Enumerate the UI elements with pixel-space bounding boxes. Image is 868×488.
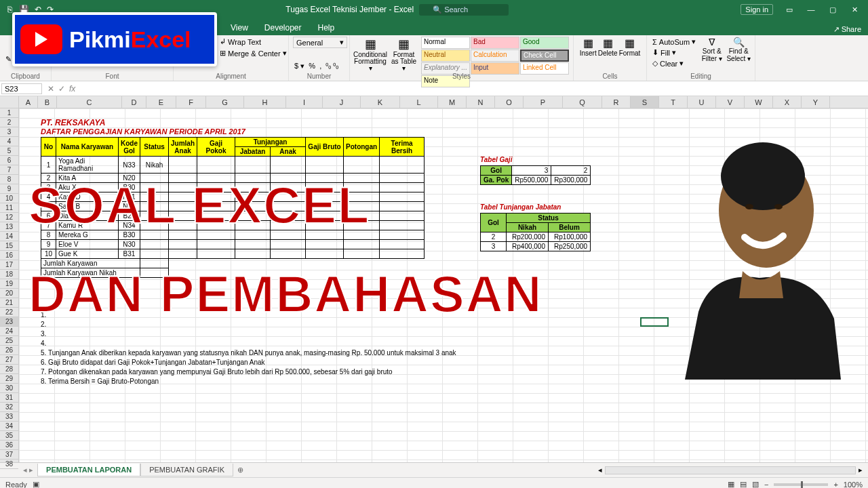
merge-center-button[interactable]: ⊞ Merge & Center ▾ [218, 48, 284, 58]
status-ready: Ready [5, 481, 27, 489]
tab-help[interactable]: Help [310, 20, 343, 35]
sort-filter-button[interactable]: ᐁSort &Filter ▾ [702, 37, 722, 71]
search-input[interactable]: 🔍 Search [419, 4, 509, 16]
report-title: DAFTAR PENGGAJIAN KARYAWAN PERIODE APRIL… [41, 127, 245, 136]
doc-title: Tugas Excel Teknisi Jember - Excel [285, 5, 414, 14]
number-format-dropdown[interactable]: General ▾ [293, 37, 347, 48]
add-sheet-button[interactable]: ⊕ [233, 466, 248, 474]
macro-record-icon[interactable]: ▣ [33, 480, 39, 488]
view-normal-icon[interactable]: ▦ [728, 480, 734, 488]
delete-cells-button[interactable]: ▦Delete [598, 37, 618, 57]
conditional-formatting-button[interactable]: ▦Conditional Formatting ▾ [354, 37, 387, 72]
table-gaji[interactable]: Gol32 Ga. PokRp500,000Rp300,000 [480, 165, 591, 185]
tab-developer[interactable]: Developer [256, 20, 310, 35]
cancel-formula-icon[interactable]: ✕ [47, 84, 54, 94]
find-select-button[interactable]: 🔍Find &Select ▾ [726, 37, 751, 71]
autosum-button[interactable]: Σ AutoSum ▾ [651, 37, 697, 47]
zoom-in-icon[interactable]: + [833, 481, 837, 489]
close-icon[interactable]: ✕ [844, 0, 865, 19]
payroll-table[interactable]: No Nama Karyawan Kode Gol Status Jumlah … [41, 137, 425, 278]
insert-cells-button[interactable]: ▦Insert [580, 37, 597, 57]
currency-buttons[interactable]: $ ▾ % , ⁰₀ ⁰₀ [293, 61, 345, 71]
clear-button[interactable]: ◇ Clear ▾ [651, 58, 697, 68]
name-box[interactable]: S23 [1, 83, 42, 94]
sheet-tab-active[interactable]: PEMBUATAN LAPORAN [37, 464, 140, 476]
active-cell [640, 317, 669, 327]
instruction-notes: 1.2.3.4.5. Tunjangan Anak diberikan kepa… [41, 310, 456, 386]
zoom-level[interactable]: 100% [844, 481, 863, 489]
enter-formula-icon[interactable]: ✓ [58, 84, 65, 94]
select-all-corner[interactable] [0, 96, 19, 108]
view-layout-icon[interactable]: ▤ [740, 480, 747, 488]
minimize-icon[interactable]: — [800, 0, 822, 19]
table-tunjangan[interactable]: GolStatus NikahBelum 2Rp200,000Rp100,000… [480, 213, 591, 251]
format-as-table-button[interactable]: ▦Format as Table ▾ [391, 37, 418, 72]
ribbon-options-icon[interactable]: ▭ [778, 0, 800, 19]
sheet-tab-2[interactable]: PEMBUATAN GRAFIK [140, 464, 233, 476]
status-bar: Ready ▣ ▦ ▤ ▧ − + 100% [0, 477, 868, 488]
tab-view[interactable]: View [222, 20, 256, 35]
horizontal-scrollbar[interactable] [605, 466, 856, 474]
maximize-icon[interactable]: ▢ [822, 0, 844, 19]
table-gaji-label: Tabel Gaji [480, 156, 512, 163]
zoom-slider[interactable] [774, 483, 828, 486]
company-title: PT. REKSAKAYA [41, 118, 105, 127]
fx-icon[interactable]: fx [69, 84, 75, 94]
sheet-nav-icon[interactable]: ◂ ▸ [19, 466, 37, 474]
signin-button[interactable]: Sign in [741, 4, 773, 15]
view-break-icon[interactable]: ▧ [752, 480, 759, 488]
column-headers[interactable]: AB CD EF GH IJ KL MN OP QR ST UV WX Y [0, 96, 868, 108]
channel-logo: PikmiExcel [12, 12, 217, 66]
fill-button[interactable]: ⬇ Fill ▾ [651, 47, 697, 58]
wrap-text-button[interactable]: ↲ Wrap Text [218, 37, 284, 47]
table-tunjangan-label: Tabel Tunjangan Jabatan [480, 203, 561, 211]
format-cells-button[interactable]: ▦Format [619, 37, 641, 57]
zoom-out-icon[interactable]: − [764, 481, 768, 489]
sheet-tab-bar: ◂ ▸ PEMBUATAN LAPORAN PEMBUATAN GRAFIK ⊕… [0, 462, 868, 477]
share-button[interactable]: ↗ Share [827, 24, 868, 35]
row-headers[interactable]: 1234567891011121314151617181920212223242… [0, 108, 19, 462]
play-icon [20, 24, 62, 54]
formula-input[interactable] [79, 88, 868, 89]
worksheet-grid[interactable]: 1234567891011121314151617181920212223242… [0, 108, 868, 462]
